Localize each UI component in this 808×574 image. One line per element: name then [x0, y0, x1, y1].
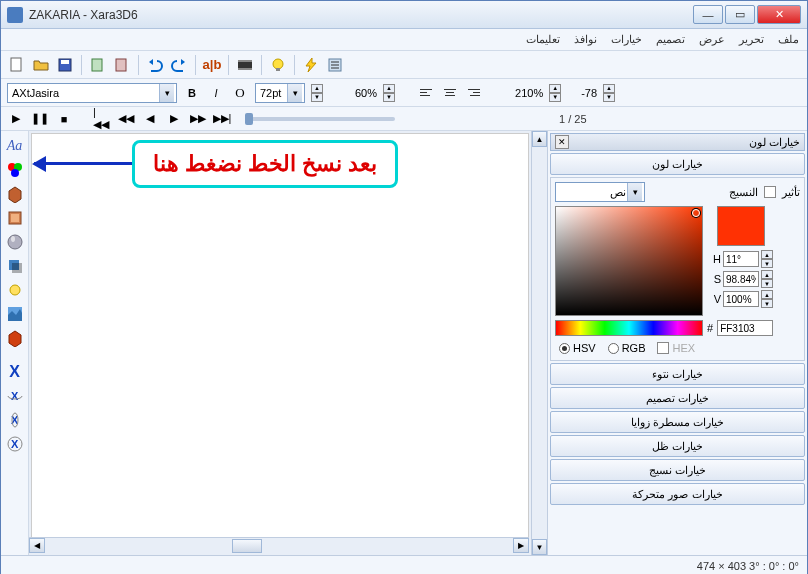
size-spinner[interactable]: ▲▼ [311, 84, 323, 102]
import-icon[interactable] [88, 55, 108, 75]
next-keyframe-button[interactable]: ▶▶ [189, 111, 207, 127]
line-spacing-value: 210% [515, 87, 543, 99]
svg-rect-3 [92, 59, 102, 71]
hue-slider[interactable] [555, 320, 703, 336]
kerning-spinner[interactable]: ▲▼ [603, 84, 615, 102]
menu-file[interactable]: ملف [778, 33, 799, 46]
text-tool-icon[interactable]: a|b [202, 55, 222, 75]
menu-options[interactable]: خيارات [611, 33, 642, 46]
scroll-right-button[interactable]: ▶ [513, 538, 529, 553]
bevel-options-button[interactable]: خيارات نتوء [550, 363, 805, 385]
align-right-button[interactable] [465, 84, 483, 102]
lights-tool[interactable] [4, 279, 26, 301]
design-options-button[interactable]: خيارات تصميم [550, 387, 805, 409]
lightning-icon[interactable] [301, 55, 321, 75]
new-icon[interactable] [7, 55, 27, 75]
texture-checkbox[interactable] [764, 186, 776, 198]
line-spacing-spinner[interactable]: ▲▼ [549, 84, 561, 102]
scroll-down-button[interactable]: ▼ [532, 539, 547, 555]
canvas[interactable]: بعد نسخ الخط نضغط هنا [31, 133, 529, 553]
s-spinner[interactable]: ▲▼ [761, 270, 773, 288]
timeline-slider[interactable] [245, 117, 395, 121]
lightbulb-icon[interactable] [268, 55, 288, 75]
font-combo[interactable]: AXtJasira [7, 83, 177, 103]
export-icon[interactable] [112, 55, 132, 75]
bold-button[interactable]: B [183, 84, 201, 102]
shadow-options-button[interactable]: خيارات ظل [550, 435, 805, 457]
color-tool[interactable] [4, 159, 26, 181]
prev-frame-button[interactable]: ◀ [141, 111, 159, 127]
svg-text:X: X [11, 390, 19, 402]
x-axis-tool[interactable]: X [4, 361, 26, 383]
svg-point-16 [11, 169, 19, 177]
maximize-button[interactable]: ▭ [725, 5, 755, 24]
close-button[interactable]: ✕ [757, 5, 801, 24]
align-left-button[interactable] [417, 84, 435, 102]
h-label: H [709, 253, 721, 265]
shadow-tool[interactable] [4, 255, 26, 277]
menu-help[interactable]: تعليمات [526, 33, 560, 46]
last-frame-button[interactable]: ▶▶| [213, 111, 231, 127]
outline-button[interactable]: O [231, 84, 249, 102]
undo-icon[interactable] [145, 55, 165, 75]
open-icon[interactable] [31, 55, 51, 75]
hsv-radio[interactable]: HSV [559, 342, 596, 354]
svg-point-20 [11, 236, 15, 242]
z-rotate-tool[interactable]: X [4, 433, 26, 455]
h-spinner[interactable]: ▲▼ [761, 250, 773, 268]
prev-keyframe-button[interactable]: ◀◀ [117, 111, 135, 127]
kerning-value: -78 [581, 87, 597, 99]
animation-icon[interactable] [235, 55, 255, 75]
text-style-tool[interactable]: Aa [4, 135, 26, 157]
scroll-left-button[interactable]: ◀ [29, 538, 45, 553]
panel-title: خيارات لون [749, 136, 800, 149]
bevel-tool[interactable] [4, 207, 26, 229]
italic-button[interactable]: I [207, 84, 225, 102]
h-input[interactable] [723, 251, 759, 267]
canvas-hscroll[interactable]: ◀ ▶ [29, 537, 529, 553]
ruler-options-button[interactable]: خيارات مسطرة زوايا [550, 411, 805, 433]
texture-options-button[interactable]: خيارات نسيج [550, 459, 805, 481]
first-frame-button[interactable]: |◀◀ [93, 111, 111, 127]
svg-rect-6 [238, 60, 252, 62]
save-icon[interactable] [55, 55, 75, 75]
play-button[interactable]: ▶ [7, 111, 25, 127]
v-input[interactable] [723, 291, 759, 307]
panel-close-button[interactable]: ✕ [555, 135, 569, 149]
minimize-button[interactable]: — [693, 5, 723, 24]
size-combo[interactable]: 72pt [255, 83, 305, 103]
stop-button[interactable]: ■ [55, 111, 73, 127]
extrude-tool[interactable] [4, 183, 26, 205]
sphere-tool[interactable] [4, 231, 26, 253]
y-rotate-tool[interactable]: X [4, 409, 26, 431]
animation-options-button[interactable]: خيارات صور متحركة [550, 483, 805, 505]
canvas-vscroll[interactable]: ▲ ▼ [531, 131, 547, 555]
svg-rect-4 [116, 59, 126, 71]
animation-tool[interactable] [4, 327, 26, 349]
menu-edit[interactable]: تحرير [739, 33, 764, 46]
svg-rect-22 [12, 263, 22, 273]
scroll-up-button[interactable]: ▲ [532, 131, 547, 147]
next-frame-button[interactable]: ▶ [165, 111, 183, 127]
aspect-spinner[interactable]: ▲▼ [383, 84, 395, 102]
rgb-radio[interactable]: RGB [608, 342, 646, 354]
redo-icon[interactable] [169, 55, 189, 75]
settings-icon[interactable] [325, 55, 345, 75]
x-rotate-tool[interactable]: X [4, 385, 26, 407]
svg-point-23 [10, 285, 20, 295]
texture-tool[interactable] [4, 303, 26, 325]
pause-button[interactable]: ❚❚ [31, 111, 49, 127]
menu-windows[interactable]: نوافذ [574, 33, 597, 46]
menubar: ملف تحرير عرض تصميم خيارات نوافذ تعليمات [1, 29, 807, 51]
svg-rect-9 [276, 68, 280, 71]
v-spinner[interactable]: ▲▼ [761, 290, 773, 308]
layer-combo[interactable]: نص [555, 182, 645, 202]
menu-design[interactable]: تصميم [656, 33, 685, 46]
left-toolbar: Aa X X X X [1, 131, 29, 555]
color-options-button[interactable]: خيارات لون [550, 153, 805, 175]
menu-view[interactable]: عرض [699, 33, 725, 46]
s-input[interactable] [723, 271, 759, 287]
align-center-button[interactable] [441, 84, 459, 102]
sv-picker[interactable] [555, 206, 703, 316]
hex-input[interactable] [717, 320, 773, 336]
